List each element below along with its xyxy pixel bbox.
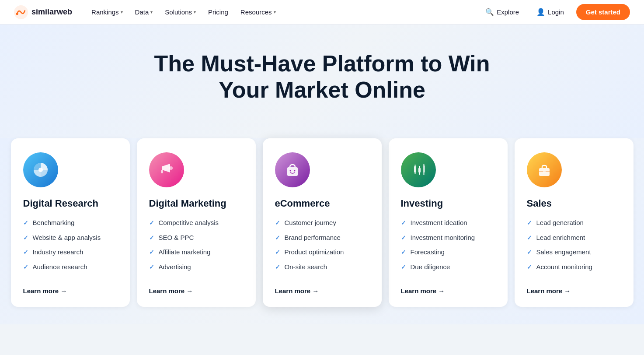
- chevron-down-icon: ▾: [274, 10, 276, 14]
- navigation: similarweb Rankings ▾ Data ▾ Solutions ▾…: [0, 0, 644, 25]
- list-item: ✓ SEO & PPC: [149, 233, 244, 243]
- nav-pricing[interactable]: Pricing: [203, 5, 233, 19]
- check-icon: ✓: [275, 248, 280, 257]
- list-item: ✓ Investment ideation: [401, 218, 495, 228]
- search-icon: 🔍: [485, 8, 494, 16]
- svg-rect-7: [287, 167, 298, 176]
- card-ecommerce-items: ✓ Customer journey ✓ Brand performance ✓…: [275, 218, 369, 277]
- candlestick-chart-icon: [401, 152, 436, 187]
- nav-right: 🔍 Explore 👤 Login Get started: [480, 4, 630, 20]
- check-icon: ✓: [23, 248, 28, 257]
- card-sales-items: ✓ Lead generation ✓ Lead enrichment ✓ Sa…: [527, 218, 621, 277]
- list-item: ✓ Affiliate marketing: [149, 247, 244, 257]
- chart-pie-icon: [23, 152, 58, 187]
- check-icon: ✓: [527, 219, 532, 228]
- check-icon: ✓: [527, 263, 532, 272]
- nav-data[interactable]: Data ▾: [130, 5, 158, 19]
- hero-title: The Must-Have Platform to Win Your Marke…: [152, 51, 493, 103]
- list-item: ✓ Lead enrichment: [527, 233, 621, 243]
- card-digital-marketing: Digital Marketing ✓ Competitive analysis…: [137, 138, 256, 307]
- briefcase-icon: [527, 152, 562, 187]
- card-investing-title: Investing: [401, 198, 495, 209]
- check-icon: ✓: [527, 248, 532, 257]
- get-started-button[interactable]: Get started: [576, 4, 630, 20]
- user-icon: 👤: [536, 8, 545, 16]
- list-item: ✓ Forecasting: [401, 247, 495, 257]
- chevron-down-icon: ▾: [194, 10, 196, 14]
- list-item: ✓ On-site search: [275, 262, 369, 272]
- check-icon: ✓: [401, 263, 406, 272]
- shopping-bag-icon: [275, 152, 310, 187]
- learn-more-ecommerce[interactable]: Learn more →: [275, 287, 369, 295]
- logo[interactable]: similarweb: [14, 5, 72, 19]
- hero-section: The Must-Have Platform to Win Your Marke…: [0, 25, 644, 138]
- card-ecommerce-title: eCommerce: [275, 198, 369, 209]
- check-icon: ✓: [401, 219, 406, 228]
- check-icon: ✓: [401, 248, 406, 257]
- list-item: ✓ Lead generation: [527, 218, 621, 228]
- cards-section: Digital Research ✓ Benchmarking ✓ Websit…: [0, 138, 644, 325]
- card-digital-research-title: Digital Research: [23, 198, 118, 209]
- card-digital-marketing-title: Digital Marketing: [149, 198, 244, 209]
- chevron-down-icon: ▾: [121, 10, 123, 14]
- check-icon: ✓: [401, 234, 406, 243]
- learn-more-digital-marketing[interactable]: Learn more →: [149, 287, 244, 295]
- svg-point-6: [169, 166, 173, 170]
- check-icon: ✓: [275, 263, 280, 272]
- chevron-down-icon: ▾: [150, 10, 153, 14]
- svg-rect-10: [414, 166, 416, 172]
- list-item: ✓ Product optimization: [275, 247, 369, 257]
- card-sales-title: Sales: [527, 198, 621, 209]
- list-item: ✓ Industry research: [23, 247, 118, 257]
- list-item: ✓ Account monitoring: [527, 262, 621, 272]
- check-icon: ✓: [23, 263, 28, 272]
- list-item: ✓ Website & app analysis: [23, 233, 118, 243]
- list-item: ✓ Investment monitoring: [401, 233, 495, 243]
- svg-point-1: [16, 12, 18, 14]
- check-icon: ✓: [275, 219, 280, 228]
- check-icon: ✓: [149, 219, 154, 228]
- svg-rect-21: [543, 171, 546, 172]
- card-investing-items: ✓ Investment ideation ✓ Investment monit…: [401, 218, 495, 277]
- check-icon: ✓: [23, 219, 28, 228]
- card-investing: Investing ✓ Investment ideation ✓ Invest…: [389, 138, 508, 307]
- svg-point-3: [38, 168, 43, 172]
- nav-solutions[interactable]: Solutions ▾: [160, 5, 201, 19]
- card-sales: Sales ✓ Lead generation ✓ Lead enrichmen…: [515, 138, 634, 307]
- list-item: ✓ Audience research: [23, 262, 118, 272]
- list-item: ✓ Sales engagement: [527, 247, 621, 257]
- check-icon: ✓: [527, 234, 532, 243]
- login-button[interactable]: 👤 Login: [531, 4, 569, 20]
- nav-resources[interactable]: Resources ▾: [235, 5, 281, 19]
- list-item: ✓ Customer journey: [275, 218, 369, 228]
- svg-point-9: [294, 170, 295, 171]
- svg-rect-13: [418, 168, 421, 172]
- card-digital-research: Digital Research ✓ Benchmarking ✓ Websit…: [11, 138, 130, 307]
- logo-icon: [14, 5, 28, 19]
- check-icon: ✓: [149, 263, 154, 272]
- svg-point-8: [289, 170, 291, 171]
- list-item: ✓ Competitive analysis: [149, 218, 244, 228]
- learn-more-sales[interactable]: Learn more →: [527, 287, 621, 295]
- learn-more-digital-research[interactable]: Learn more →: [23, 287, 118, 295]
- list-item: ✓ Benchmarking: [23, 218, 118, 228]
- nav-links: Rankings ▾ Data ▾ Solutions ▾ Pricing Re…: [86, 5, 480, 19]
- learn-more-investing[interactable]: Learn more →: [401, 287, 495, 295]
- svg-marker-4: [162, 164, 170, 172]
- check-icon: ✓: [275, 234, 280, 243]
- list-item: ✓ Advertising: [149, 262, 244, 272]
- nav-rankings[interactable]: Rankings ▾: [86, 5, 128, 19]
- check-icon: ✓: [149, 248, 154, 257]
- explore-button[interactable]: 🔍 Explore: [480, 4, 524, 20]
- logo-text: similarweb: [31, 7, 72, 17]
- list-item: ✓ Due diligence: [401, 262, 495, 272]
- svg-rect-5: [161, 170, 163, 173]
- card-digital-research-items: ✓ Benchmarking ✓ Website & app analysis …: [23, 218, 118, 277]
- cards-container: Digital Research ✓ Benchmarking ✓ Websit…: [7, 138, 637, 307]
- list-item: ✓ Brand performance: [275, 233, 369, 243]
- card-ecommerce: eCommerce ✓ Customer journey ✓ Brand per…: [263, 138, 382, 307]
- card-digital-marketing-items: ✓ Competitive analysis ✓ SEO & PPC ✓ Aff…: [149, 218, 244, 277]
- check-icon: ✓: [23, 234, 28, 243]
- check-icon: ✓: [149, 234, 154, 243]
- megaphone-icon: [149, 152, 184, 187]
